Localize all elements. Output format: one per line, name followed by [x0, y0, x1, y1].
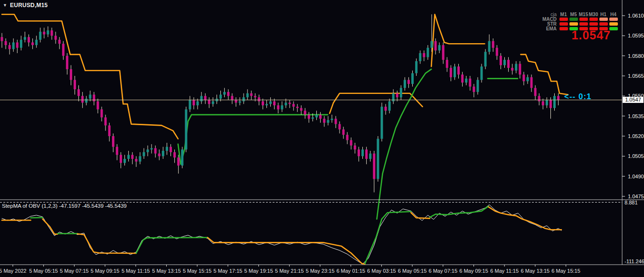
- bear-candle-body: [273, 102, 275, 105]
- bull-candle-body: [139, 156, 141, 161]
- bear-candle-body: [5, 41, 7, 45]
- bear-candle-body: [97, 102, 99, 110]
- bear-candle-body: [104, 117, 107, 125]
- bull-candle-body: [89, 94, 91, 98]
- bear-candle-body: [396, 93, 398, 97]
- chart-dropdown-icon[interactable]: ▼: [3, 3, 7, 8]
- tf-cell-slot: [568, 18, 578, 21]
- bear-candle-body: [93, 94, 95, 101]
- tf-cell-slot: [608, 18, 618, 21]
- time-axis-label: 5 May 19:15: [244, 268, 273, 274]
- bear-candle-body: [435, 41, 437, 51]
- bull-candle-body: [12, 42, 15, 49]
- tf-signal-cell-STR-M1: [559, 22, 568, 26]
- bear-candle-body: [346, 135, 349, 140]
- bull-candle-body: [400, 88, 402, 97]
- bull-candle-body: [419, 53, 421, 61]
- bear-candle-body: [496, 48, 498, 56]
- bear-candle-body: [304, 111, 306, 114]
- bull-candle-body: [246, 93, 249, 97]
- bear-candle-body: [193, 100, 195, 105]
- bull-candle-body: [331, 119, 333, 120]
- bear-candle-body: [385, 107, 387, 111]
- price-axis-label: 1.0520: [628, 133, 644, 139]
- bear-candle-body: [108, 125, 111, 136]
- bear-candle-body: [507, 60, 510, 68]
- bear-candle-body: [235, 100, 237, 103]
- bear-candle-body: [62, 44, 65, 55]
- bull-candle-body: [20, 40, 22, 48]
- bull-candle-body: [127, 155, 130, 158]
- bear-candle-body: [28, 37, 30, 42]
- bear-candle-body: [112, 136, 114, 147]
- bear-candle-body: [116, 147, 118, 155]
- current-price-tag-value: 1.0547: [625, 97, 641, 102]
- tf-signal-cell-MACD-M5: [569, 18, 578, 21]
- tf-cell-slot: [578, 18, 588, 21]
- bear-candle-body: [81, 96, 84, 102]
- bear-candle-body: [43, 32, 45, 35]
- bear-candle-body: [101, 110, 103, 118]
- bear-candle-body: [208, 100, 210, 104]
- bull-candle-body: [151, 148, 153, 149]
- bear-candle-body: [154, 148, 157, 153]
- tf-cell-slot: [559, 18, 568, 21]
- indicator-max-label: 8.881: [625, 200, 638, 205]
- chart-canvas[interactable]: [0, 0, 644, 277]
- bull-candle-body: [415, 61, 417, 73]
- bull-candle-body: [454, 66, 456, 77]
- bull-candle-body: [185, 110, 187, 150]
- price-axis-label: 1.0490: [628, 174, 644, 179]
- bear-candle-body: [530, 77, 533, 88]
- indicator-label: StepMA of OBV (1,2,3) -47.1597 -45.5439 …: [2, 203, 127, 209]
- bull-candle-body: [515, 64, 517, 71]
- bull-candle-body: [388, 102, 391, 111]
- bear-candle-body: [542, 102, 544, 105]
- tf-cell-slot: [588, 22, 598, 26]
- bear-candle-body: [457, 66, 460, 74]
- tf-cell-slot: [568, 22, 578, 26]
- bear-candle-body: [469, 79, 471, 87]
- bear-candle-body: [16, 42, 19, 47]
- bull-candle-body: [465, 79, 467, 83]
- bear-candle-body: [74, 80, 76, 89]
- bull-candle-body: [488, 41, 491, 52]
- tf-column-M5: M5: [568, 12, 578, 17]
- bear-candle-body: [1, 37, 3, 41]
- bull-candle-body: [553, 96, 556, 108]
- bear-candle-body: [534, 88, 537, 96]
- bear-candle-body: [55, 36, 57, 39]
- bull-candle-body: [223, 92, 226, 95]
- bull-candle-body: [484, 52, 487, 66]
- time-axis-label: 5 May 07:15: [60, 268, 89, 274]
- bear-candle-body: [557, 96, 559, 100]
- time-axis-label: 6 May 11:15: [490, 268, 519, 274]
- bull-candle-body: [380, 107, 383, 139]
- bull-candle-body: [85, 99, 87, 102]
- bear-candle-body: [319, 115, 322, 119]
- bear-candle-body: [9, 45, 11, 49]
- tf-row-label: EMA: [540, 26, 559, 31]
- tf-signal-cell-MACD-H1: [599, 18, 608, 21]
- time-axis-label: 6 May 13:15: [521, 268, 550, 274]
- indicator-min-label: -111.246: [625, 259, 644, 264]
- bull-candle-body: [35, 40, 38, 45]
- bull-candle-body: [212, 102, 214, 104]
- bear-candle-body: [277, 105, 279, 109]
- bull-candle-body: [219, 94, 222, 98]
- time-axis-label: 5 May 15:15: [183, 268, 212, 274]
- bear-candle-body: [511, 68, 513, 71]
- bear-candle-body: [339, 124, 341, 129]
- time-axis-label: 5 May 09:15: [91, 268, 120, 274]
- bull-candle-body: [377, 139, 379, 179]
- bear-candle-body: [204, 96, 207, 100]
- bear-candle-body: [58, 40, 61, 44]
- time-axis-label: 6 May 09:15: [459, 268, 488, 274]
- bear-candle-body: [293, 104, 295, 107]
- bear-candle-body: [289, 102, 291, 104]
- tf-column-H4: H4: [608, 12, 618, 17]
- bull-candle-body: [243, 97, 245, 101]
- bear-candle-body: [423, 53, 425, 57]
- price-axis-label: 1.0475: [628, 194, 644, 199]
- bear-candle-body: [135, 159, 137, 162]
